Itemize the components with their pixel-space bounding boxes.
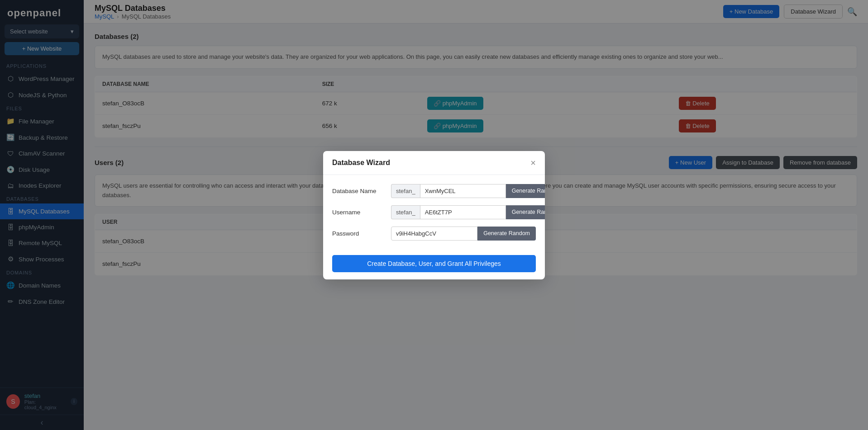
username-prefix: stefan_	[391, 205, 420, 219]
username-input-group: stefan_ Generate Random	[391, 205, 545, 219]
modal-body: Database Name stefan_ Generate Random Us…	[323, 175, 545, 241]
password-row: Password Generate Random	[332, 227, 536, 241]
username-generate-button[interactable]: Generate Random	[506, 205, 545, 219]
username-label: Username	[332, 209, 386, 216]
db-name-generate-button[interactable]: Generate Random	[506, 184, 545, 198]
password-generate-button[interactable]: Generate Random	[477, 227, 536, 241]
db-name-label: Database Name	[332, 188, 386, 194]
username-row: Username stefan_ Generate Random	[332, 205, 536, 219]
modal-overlay: Database Wizard × Database Name stefan_ …	[0, 0, 868, 430]
create-database-button[interactable]: Create Database, User, and Grant All Pri…	[332, 255, 536, 272]
username-input[interactable]	[420, 205, 506, 219]
db-name-input[interactable]	[420, 184, 506, 198]
database-wizard-modal: Database Wizard × Database Name stefan_ …	[323, 151, 545, 279]
password-label: Password	[332, 230, 386, 237]
db-name-prefix: stefan_	[391, 184, 420, 198]
db-name-row: Database Name stefan_ Generate Random	[332, 184, 536, 198]
password-input[interactable]	[391, 227, 477, 241]
password-input-group: Generate Random	[391, 227, 536, 241]
modal-close-button[interactable]: ×	[530, 158, 536, 167]
modal-header: Database Wizard ×	[323, 151, 545, 175]
modal-footer: Create Database, User, and Grant All Pri…	[323, 248, 545, 279]
modal-title: Database Wizard	[332, 159, 390, 167]
db-name-input-group: stefan_ Generate Random	[391, 184, 545, 198]
